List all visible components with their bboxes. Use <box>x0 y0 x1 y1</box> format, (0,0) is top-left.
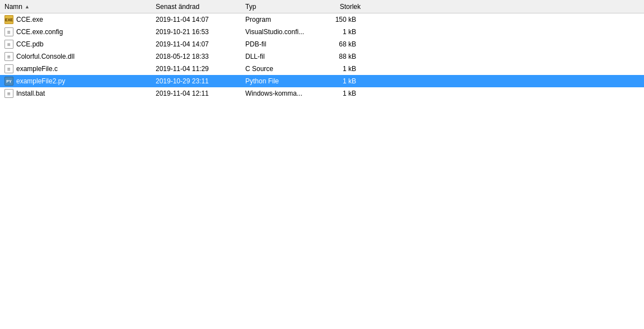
file-date-cell: 2018-05-12 18:33 <box>153 53 243 60</box>
table-row[interactable]: ≡ exampleFile.c 2019-11-04 11:29 C Sourc… <box>0 63 644 75</box>
file-date-cell: 2019-10-29 23:11 <box>153 77 243 85</box>
table-row[interactable]: EXE CCE.exe 2019-11-04 14:07 Program 150… <box>0 13 644 26</box>
file-date-cell: 2019-11-04 14:07 <box>153 40 243 48</box>
col-name-label: Namn <box>4 3 22 11</box>
table-row[interactable]: ≡ Install.bat 2019-11-04 12:11 Windows-k… <box>0 87 644 100</box>
file-name-text: CCE.pdb <box>16 40 44 48</box>
file-name-text: CCE.exe.config <box>16 28 63 36</box>
py-icon: PY <box>4 77 13 86</box>
file-type-cell: DLL-fil <box>243 53 316 60</box>
file-date-cell: 2019-11-04 12:11 <box>153 90 243 97</box>
file-name-text: Colorful.Console.dll <box>16 53 74 60</box>
file-date-cell: 2019-11-04 14:07 <box>153 16 243 24</box>
file-size-cell: 88 kB <box>316 53 361 60</box>
file-name-cell: ≡ exampleFile.c <box>2 64 153 73</box>
col-header-date[interactable]: Senast ändrad <box>153 3 243 11</box>
config-icon: ≡ <box>4 27 13 36</box>
file-type-cell: Windows-komma... <box>243 90 316 97</box>
column-headers: Namn ▲ Senast ändrad Typ Storlek <box>0 0 644 13</box>
col-header-type[interactable]: Typ <box>243 3 316 11</box>
table-row[interactable]: PY exampleFile2.py 2019-10-29 23:11 Pyth… <box>0 75 644 87</box>
c-icon: ≡ <box>4 64 13 73</box>
col-type-label: Typ <box>245 3 256 11</box>
col-date-label: Senast ändrad <box>156 3 199 11</box>
file-size-cell: 1 kB <box>316 28 361 36</box>
file-size-cell: 1 kB <box>316 65 361 73</box>
pdb-icon: ≡ <box>4 40 13 49</box>
file-size-cell: 1 kB <box>316 90 361 97</box>
file-rows-container: EXE CCE.exe 2019-11-04 14:07 Program 150… <box>0 13 644 100</box>
file-date-cell: 2019-11-04 11:29 <box>153 65 243 73</box>
file-name-text: exampleFile2.py <box>16 77 65 85</box>
file-type-cell: Python File <box>243 77 316 85</box>
col-header-size[interactable]: Storlek <box>316 3 361 11</box>
file-name-text: Install.bat <box>16 90 45 97</box>
file-name-text: CCE.exe <box>16 16 43 24</box>
file-name-cell: PY exampleFile2.py <box>2 77 153 86</box>
table-row[interactable]: ≡ Colorful.Console.dll 2018-05-12 18:33 … <box>0 50 644 63</box>
file-list-container: Namn ▲ Senast ändrad Typ Storlek EXE CCE… <box>0 0 644 329</box>
file-size-cell: 1 kB <box>316 77 361 85</box>
file-name-cell: ≡ Install.bat <box>2 89 153 98</box>
file-name-cell: ≡ CCE.pdb <box>2 40 153 49</box>
file-type-cell: PDB-fil <box>243 40 316 48</box>
file-type-cell: C Source <box>243 65 316 73</box>
file-size-cell: 68 kB <box>316 40 361 48</box>
file-type-cell: Program <box>243 16 316 24</box>
file-type-cell: VisualStudio.confi... <box>243 28 316 36</box>
col-size-label: Storlek <box>340 3 361 11</box>
sort-arrow-icon: ▲ <box>25 4 30 10</box>
file-size-cell: 150 kB <box>316 16 361 24</box>
exe-icon: EXE <box>4 15 13 24</box>
dll-icon: ≡ <box>4 52 13 61</box>
file-date-cell: 2019-10-21 16:53 <box>153 28 243 36</box>
file-name-text: exampleFile.c <box>16 65 58 73</box>
file-name-cell: EXE CCE.exe <box>2 15 153 24</box>
table-row[interactable]: ≡ CCE.pdb 2019-11-04 14:07 PDB-fil 68 kB <box>0 38 644 50</box>
table-row[interactable]: ≡ CCE.exe.config 2019-10-21 16:53 Visual… <box>0 26 644 38</box>
file-name-cell: ≡ Colorful.Console.dll <box>2 52 153 61</box>
file-name-cell: ≡ CCE.exe.config <box>2 27 153 36</box>
bat-icon: ≡ <box>4 89 13 98</box>
col-header-name[interactable]: Namn ▲ <box>2 3 153 11</box>
